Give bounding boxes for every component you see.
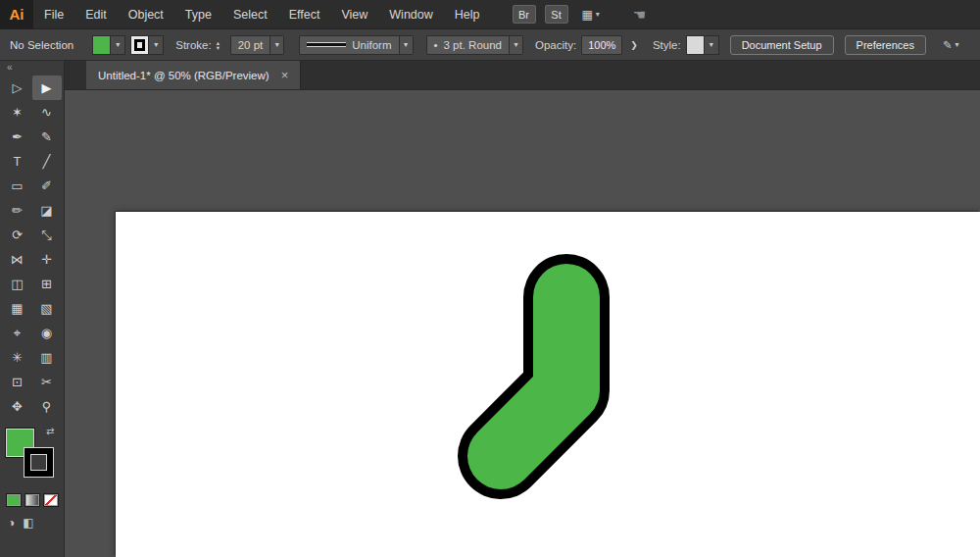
- color-button[interactable]: [6, 493, 22, 507]
- width-profile-dropdown[interactable]: Uniform ▾: [299, 35, 413, 55]
- style-label: Style:: [653, 39, 681, 51]
- tool-pencil[interactable]: ✏: [3, 198, 32, 223]
- arrange-documents-icon: ▦: [582, 8, 593, 22]
- tool-shape-builder[interactable]: ◫: [3, 272, 32, 296]
- tool-column-graph[interactable]: ▥: [32, 345, 62, 370]
- stroke-weight-stepper[interactable]: ▴ ▾: [217, 40, 225, 50]
- stock-button[interactable]: St: [545, 5, 568, 24]
- gradient-button[interactable]: [24, 493, 40, 507]
- sock-shape-fill: [501, 297, 566, 456]
- menu-help[interactable]: Help: [444, 0, 491, 29]
- tool-artboard[interactable]: ⊡: [3, 370, 32, 394]
- style-chevron-icon[interactable]: ▾: [705, 36, 718, 54]
- tool-rotate[interactable]: ⟳: [3, 223, 32, 247]
- tool-magic-wand[interactable]: ✶: [3, 100, 32, 125]
- tool-line-segment[interactable]: ╱: [32, 149, 62, 174]
- tool-scale[interactable]: ⤡: [32, 223, 62, 247]
- tool-gradient[interactable]: ▧: [32, 296, 62, 321]
- touch-workspace-icon[interactable]: ☚: [633, 6, 646, 24]
- tool-eraser[interactable]: ◪: [32, 198, 62, 223]
- menu-view[interactable]: View: [330, 0, 378, 29]
- tool-mesh[interactable]: ▦: [3, 296, 32, 321]
- menu-edit[interactable]: Edit: [74, 0, 118, 29]
- tool-eyedropper[interactable]: ⌖: [3, 321, 32, 345]
- width-profile-value[interactable]: Uniform: [352, 39, 391, 51]
- chevron-down-icon: ▾: [596, 10, 600, 19]
- workspace-chevron-icon: ▾: [956, 40, 959, 49]
- menu-bar: Ai FileEditObjectTypeSelectEffectViewWin…: [0, 0, 980, 29]
- opacity-input[interactable]: 100%: [581, 35, 622, 55]
- tool-panel: « ▷▶✶∿✒✎T╱▭✐✏◪⟳⤡⋈✛◫⊞▦▧⌖◉✳▥⊡✂✥⚲ ⇄ ◑ ◧: [0, 61, 65, 557]
- stroke-weight-control[interactable]: 20 pt ▾: [230, 35, 285, 55]
- sock-shape[interactable]: [501, 297, 566, 456]
- stepper-down-icon[interactable]: ▾: [217, 45, 225, 50]
- document-setup-button[interactable]: Document Setup: [730, 35, 834, 55]
- control-bar: No Selection ▾ ▾ Stroke: ▴ ▾ 20 pt ▾ Uni…: [0, 29, 980, 61]
- tool-direct-selection[interactable]: ▷: [3, 76, 32, 100]
- screen-mode-icon[interactable]: ◧: [23, 516, 33, 530]
- bridge-button[interactable]: Br: [513, 5, 536, 24]
- tool-paintbrush[interactable]: ✐: [32, 174, 62, 198]
- tool-pen[interactable]: ✒: [3, 125, 32, 149]
- tool-curvature[interactable]: ✎: [32, 125, 62, 149]
- menu-items: FileEditObjectTypeSelectEffectViewWindow…: [33, 0, 491, 29]
- swap-fill-stroke-icon[interactable]: ⇄: [46, 426, 54, 436]
- menu-object[interactable]: Object: [118, 0, 174, 29]
- stroke-profile-preview: [307, 43, 346, 46]
- document-area: Untitled-1* @ 50% (RGB/Preview) ×: [65, 61, 980, 557]
- opacity-panel-arrow-icon[interactable]: ❯: [627, 40, 641, 50]
- color-mode-buttons: [6, 493, 64, 507]
- tool-selection[interactable]: ▶: [32, 76, 62, 100]
- fill-color-control[interactable]: ▾: [92, 35, 125, 55]
- style-dropdown[interactable]: ▾: [686, 35, 719, 55]
- opacity-label: Opacity:: [535, 39, 576, 51]
- canvas[interactable]: [65, 90, 980, 557]
- brush-dropdown[interactable]: • 3 pt. Round ▾: [426, 35, 524, 55]
- fill-stroke-indicator: ⇄: [6, 429, 61, 483]
- width-profile-chevron-icon[interactable]: ▾: [399, 36, 413, 54]
- fill-chevron-icon[interactable]: ▾: [111, 36, 124, 54]
- none-button[interactable]: [43, 493, 59, 507]
- stroke-weight-chevron-icon[interactable]: ▾: [270, 36, 283, 54]
- tool-width[interactable]: ⋈: [3, 247, 32, 272]
- collapse-panel-icon[interactable]: «: [0, 61, 64, 76]
- preferences-button[interactable]: Preferences: [845, 35, 926, 55]
- workspace-switcher[interactable]: ✎ ▾: [943, 38, 959, 52]
- menu-effect[interactable]: Effect: [278, 0, 331, 29]
- stroke-chevron-icon[interactable]: ▾: [149, 36, 163, 54]
- stroke-indicator[interactable]: [24, 448, 53, 477]
- menu-window[interactable]: Window: [378, 0, 443, 29]
- artwork-layer: [65, 90, 980, 557]
- document-tab[interactable]: Untitled-1* @ 50% (RGB/Preview) ×: [86, 61, 301, 89]
- stroke-weight-value[interactable]: 20 pt: [231, 39, 270, 51]
- workspace-switcher-icon: ✎: [943, 38, 953, 52]
- selection-status: No Selection: [10, 39, 74, 51]
- fill-swatch[interactable]: [93, 36, 111, 54]
- stroke-label: Stroke:: [175, 39, 211, 51]
- tool-zoom[interactable]: ⚲: [32, 394, 62, 419]
- tool-type[interactable]: T: [3, 149, 32, 174]
- stroke-color-control[interactable]: ▾: [130, 35, 164, 55]
- draw-modes-icon[interactable]: ◑: [8, 516, 15, 530]
- stroke-swatch[interactable]: [131, 36, 149, 54]
- tool-rectangle[interactable]: ▭: [3, 174, 32, 198]
- arrange-documents-button[interactable]: ▦ ▾: [582, 8, 600, 22]
- brush-chevron-icon[interactable]: ▾: [509, 36, 522, 54]
- brush-value[interactable]: 3 pt. Round: [444, 39, 502, 51]
- workspace: « ▷▶✶∿✒✎T╱▭✐✏◪⟳⤡⋈✛◫⊞▦▧⌖◉✳▥⊡✂✥⚲ ⇄ ◑ ◧ Unt…: [0, 61, 980, 557]
- menu-select[interactable]: Select: [222, 0, 278, 29]
- tool-lasso[interactable]: ∿: [32, 100, 62, 125]
- tool-perspective-grid[interactable]: ⊞: [32, 272, 62, 296]
- menu-file[interactable]: File: [33, 0, 74, 29]
- document-tab-title: Untitled-1* @ 50% (RGB/Preview): [98, 70, 270, 81]
- tool-blend[interactable]: ◉: [32, 321, 62, 345]
- menu-type[interactable]: Type: [174, 0, 222, 29]
- style-swatch[interactable]: [687, 36, 705, 54]
- toolbar-bottom-icons: ◑ ◧: [8, 516, 64, 530]
- tab-strip: Untitled-1* @ 50% (RGB/Preview) ×: [65, 61, 980, 90]
- tool-free-transform[interactable]: ✛: [32, 247, 62, 272]
- close-tab-icon[interactable]: ×: [281, 68, 289, 82]
- tool-hand[interactable]: ✥: [3, 394, 32, 419]
- tool-symbol-sprayer[interactable]: ✳: [3, 345, 32, 370]
- tool-slice[interactable]: ✂: [32, 370, 62, 394]
